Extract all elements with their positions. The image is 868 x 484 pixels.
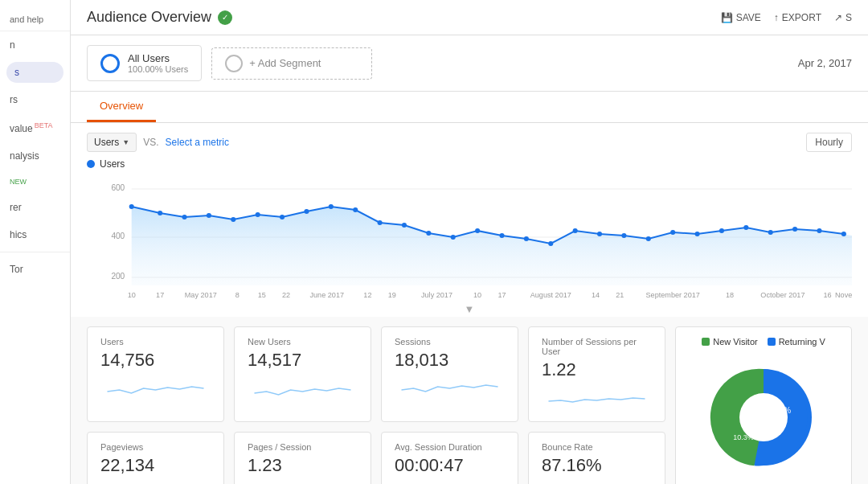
svg-point-15 <box>329 204 334 209</box>
share-icon: ↗ <box>834 12 842 23</box>
sidebar-active[interactable]: s <box>6 62 63 83</box>
svg-point-31 <box>719 228 724 233</box>
segment-bar: All Users 100.00% Users + Add Segment Ap… <box>71 35 868 92</box>
and-help: and help <box>0 8 70 31</box>
export-button[interactable]: ↑ EXPORT <box>774 12 821 23</box>
stat-label: New Users <box>248 337 358 347</box>
svg-point-26 <box>597 232 602 236</box>
save-label: SAVE <box>736 12 761 23</box>
svg-text:16: 16 <box>824 291 832 299</box>
stat-card-new-users: New Users 14,517 <box>234 326 371 422</box>
stat-value: 14,756 <box>100 350 211 371</box>
chart-collapse-btn[interactable]: ▼ <box>87 301 852 317</box>
mini-chart <box>248 375 358 400</box>
svg-text:September 2017: September 2017 <box>646 291 700 299</box>
sidebar-tor[interactable]: Tor <box>0 256 70 283</box>
svg-point-18 <box>402 223 407 228</box>
add-segment-label: + Add Segment <box>249 57 321 69</box>
svg-text:12: 12 <box>363 291 371 299</box>
svg-text:July 2017: July 2017 <box>421 291 452 299</box>
metric-label: Users <box>94 137 119 148</box>
svg-point-28 <box>646 236 651 241</box>
beta-badge: BETA <box>35 121 53 129</box>
segment-sub: 100.00% Users <box>128 64 188 74</box>
line-chart: 600 400 200 <box>87 173 852 301</box>
svg-point-8 <box>158 211 162 215</box>
vs-label: VS. <box>143 137 158 148</box>
svg-text:10: 10 <box>128 291 136 299</box>
stat-card-sessions-per-user: Number of Sessions per User 1.22 <box>528 326 665 422</box>
sidebar-item-new[interactable]: NEW <box>0 170 70 194</box>
svg-text:19: 19 <box>388 291 396 299</box>
mini-chart <box>395 375 505 400</box>
stat-card-sessions: Sessions 18,013 <box>381 326 518 422</box>
content-area: All Users 100.00% Users + Add Segment Ap… <box>71 35 868 484</box>
stat-value: 1.22 <box>542 359 652 380</box>
stat-value: 1.23 <box>248 455 358 476</box>
mini-chart <box>542 385 652 409</box>
svg-point-7 <box>129 204 134 209</box>
svg-text:June 2017: June 2017 <box>309 291 344 299</box>
svg-point-25 <box>573 228 578 233</box>
chevron-down-icon: ▼ <box>122 138 129 146</box>
select-metric-link[interactable]: Select a metric <box>166 137 229 148</box>
svg-point-16 <box>353 207 358 212</box>
mini-chart <box>395 481 505 484</box>
new-visitor-legend: New Visitor <box>702 337 757 347</box>
svg-text:14: 14 <box>592 291 600 299</box>
svg-text:22: 22 <box>282 291 290 299</box>
stat-label: Number of Sessions per User <box>542 337 652 356</box>
stat-value: 87.16% <box>542 455 652 476</box>
stat-value: 00:00:47 <box>395 455 505 476</box>
svg-text:18: 18 <box>726 291 734 299</box>
svg-point-17 <box>378 220 383 225</box>
sidebar-item-n[interactable]: n <box>0 31 70 59</box>
returning-label: Returning V <box>779 337 825 347</box>
svg-text:17: 17 <box>156 291 164 299</box>
share-label: S <box>845 12 852 23</box>
header: Audience Overview ✓ 💾 SAVE ↑ EXPORT ↗ S <box>71 0 868 35</box>
date-label: Apr 2, 2017 <box>798 57 852 69</box>
stat-card-users: Users 14,756 <box>87 326 224 422</box>
chart-svg: 600 400 200 <box>87 173 852 301</box>
chart-controls-left: Users ▼ VS. Select a metric <box>87 133 229 152</box>
stats-grid: Users 14,756 New Users 14,517 Sessions 1… <box>87 326 665 484</box>
sidebar-item-rer[interactable]: rer <box>0 194 70 221</box>
svg-point-11 <box>231 217 235 222</box>
svg-point-21 <box>475 228 480 233</box>
svg-text:17: 17 <box>497 291 506 299</box>
svg-text:15: 15 <box>258 291 266 299</box>
sidebar-item-hics[interactable]: hics <box>0 221 70 248</box>
all-users-segment[interactable]: All Users 100.00% Users <box>87 45 202 81</box>
stat-label: Bounce Rate <box>542 442 652 452</box>
stat-value: 18,013 <box>395 350 505 371</box>
hourly-button[interactable]: Hourly <box>806 133 852 152</box>
sidebar-item-rs[interactable]: rs <box>0 86 70 113</box>
add-segment-circle <box>225 55 243 72</box>
stat-card-pageviews: Pageviews 22,134 <box>87 432 224 484</box>
pie-svg: 89.7% 10.3% <box>699 353 828 482</box>
stat-card-pages-session: Pages / Session 1.23 <box>234 432 371 484</box>
svg-point-30 <box>695 232 700 236</box>
svg-point-13 <box>280 215 285 219</box>
save-button[interactable]: 💾 SAVE <box>721 12 761 23</box>
svg-point-29 <box>670 230 675 235</box>
share-button[interactable]: ↗ S <box>834 12 852 23</box>
add-segment-button[interactable]: + Add Segment <box>211 47 372 80</box>
sidebar-item-nalysis[interactable]: nalysis <box>0 142 70 170</box>
tab-bar: Overview <box>71 92 868 123</box>
stat-value: 22,134 <box>100 455 211 476</box>
svg-text:8: 8 <box>235 291 240 299</box>
tab-overview[interactable]: Overview <box>87 92 156 122</box>
stat-label: Users <box>100 337 211 347</box>
svg-point-10 <box>207 213 211 218</box>
svg-point-12 <box>256 212 260 217</box>
svg-point-33 <box>768 230 773 235</box>
metric-dropdown[interactable]: Users ▼ <box>87 133 137 152</box>
sidebar-item-value[interactable]: valueBETA <box>0 113 70 142</box>
stat-label: Avg. Session Duration <box>395 442 505 452</box>
divider <box>0 252 70 252</box>
chart-legend: Users <box>87 158 852 170</box>
new-visitor-label: New Visitor <box>713 337 757 347</box>
svg-point-24 <box>548 241 553 246</box>
